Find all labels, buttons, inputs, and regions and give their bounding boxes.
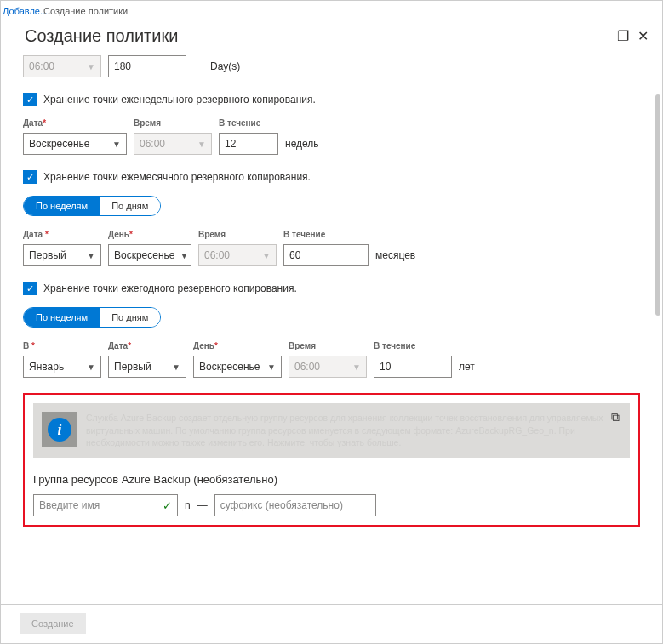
chevron-down-icon: ▼ xyxy=(172,362,180,372)
yearly-in-label: В xyxy=(23,341,29,350)
rg-n-label: n xyxy=(185,499,191,511)
info-icon-bg: i xyxy=(42,412,77,447)
monthly-check-label: Хранение точки ежемесячного резервного к… xyxy=(43,171,311,183)
daily-time-select[interactable]: 06:00 ▼ xyxy=(23,55,101,77)
yearly-for-value: 10 xyxy=(380,361,391,373)
weekly-time-value: 06:00 xyxy=(140,138,165,150)
monthly-time-value: 06:00 xyxy=(204,249,230,261)
yearly-time-select[interactable]: 06:00 ▼ xyxy=(289,356,367,378)
rg-section-label: Группа ресурсов Azure Backup (необязател… xyxy=(33,473,630,486)
monthly-unit: месяцев xyxy=(375,249,415,266)
chevron-down-icon: ▼ xyxy=(352,362,361,372)
yearly-day-label: День xyxy=(193,341,214,350)
pill-weeks[interactable]: По неделям xyxy=(24,197,100,215)
yearly-in-select[interactable]: Январь ▼ xyxy=(23,356,101,378)
weekly-date-label: Дата xyxy=(23,118,43,128)
weekly-for-value: 12 xyxy=(225,138,236,150)
weekly-time-select[interactable]: 06:00 ▼ xyxy=(134,133,212,155)
resource-group-highlight: i Служба Azure Backup создает отдельную … xyxy=(23,393,640,527)
restore-icon[interactable]: ❐ xyxy=(617,28,629,44)
yearly-date-label: Дата xyxy=(108,341,128,350)
weekly-check-label: Хранение точки еженедельного резервного … xyxy=(43,94,316,105)
yearly-time-label: Время xyxy=(289,341,367,350)
chevron-down-icon: ▼ xyxy=(87,362,95,372)
yearly-day-select[interactable]: Воскресенье ▼ xyxy=(193,356,282,378)
monthly-day-value: Воскресенье xyxy=(114,249,175,261)
weekly-unit: недель xyxy=(285,138,319,155)
checkmark-icon: ✓ xyxy=(23,170,37,184)
rg-dash: — xyxy=(197,499,208,511)
create-button[interactable]: Создание xyxy=(20,613,86,634)
weekly-time-label: Время xyxy=(134,118,212,128)
yearly-in-value: Январь xyxy=(29,361,64,373)
daily-retention-value: 180 xyxy=(114,60,131,72)
chevron-down-icon: ▼ xyxy=(87,251,95,260)
yearly-checkbox-row[interactable]: ✓ Хранение точки ежегодного резервного к… xyxy=(23,282,640,295)
yearly-for-input[interactable]: 10 xyxy=(374,356,452,378)
daily-retention-input[interactable]: 180 xyxy=(108,55,186,77)
info-banner: i Служба Azure Backup создает отдельную … xyxy=(33,403,630,458)
monthly-pill-toggle[interactable]: По неделям По дням xyxy=(23,196,161,216)
yearly-check-label: Хранение точки ежегодного резервного коп… xyxy=(43,282,297,294)
yearly-unit: лет xyxy=(459,361,475,378)
page-title: Создание политики xyxy=(25,26,178,46)
weekly-checkbox-row[interactable]: ✓ Хранение точки еженедельного резервног… xyxy=(23,93,640,106)
monthly-time-select[interactable]: 06:00 ▼ xyxy=(198,244,277,266)
monthly-checkbox-row[interactable]: ✓ Хранение точки ежемесячного резервного… xyxy=(23,170,640,184)
weekly-for-label: В течение xyxy=(219,118,278,128)
yearly-date-value: Первый xyxy=(114,361,151,373)
pill-weeks[interactable]: По неделям xyxy=(24,308,100,327)
breadcrumb-link[interactable]: Добавле... xyxy=(3,6,48,16)
monthly-date-value: Первый xyxy=(29,249,66,261)
yearly-for-label: В течение xyxy=(374,341,452,350)
monthly-day-select[interactable]: Воскресенье ▼ xyxy=(108,244,191,266)
yearly-pill-toggle[interactable]: По неделям По дням xyxy=(23,307,161,328)
rg-suffix-placeholder: суффикс (необязательно) xyxy=(220,499,343,511)
scroll-area: 06:00 ▼ 180 Day(s) ✓ Хранение точки ежен… xyxy=(11,48,652,601)
popout-icon[interactable]: ⧉ xyxy=(611,410,620,425)
yearly-day-value: Воскресенье xyxy=(199,361,260,373)
checkmark-icon: ✓ xyxy=(23,93,37,106)
yearly-date-select[interactable]: Первый ▼ xyxy=(108,356,186,378)
monthly-for-value: 60 xyxy=(289,249,300,261)
monthly-for-input[interactable]: 60 xyxy=(283,244,369,266)
daily-unit: Day(s) xyxy=(210,60,240,77)
rg-name-input[interactable]: Введите имя ✓ xyxy=(33,494,178,516)
scrollbar-thumb[interactable] xyxy=(655,94,660,316)
monthly-date-select[interactable]: Первый ▼ xyxy=(23,244,101,266)
breadcrumb-title: Создание политики xyxy=(43,6,128,16)
chevron-down-icon: ▼ xyxy=(197,140,206,149)
monthly-date-label: Дата xyxy=(23,230,43,239)
chevron-down-icon: ▼ xyxy=(267,362,276,372)
weekly-date-value: Воскресенье xyxy=(29,138,90,150)
checkmark-icon: ✓ xyxy=(23,282,37,295)
close-icon[interactable]: ✕ xyxy=(637,28,649,44)
info-icon: i xyxy=(48,418,71,442)
yearly-time-value: 06:00 xyxy=(294,361,320,373)
pill-days[interactable]: По дням xyxy=(100,197,160,215)
monthly-time-label: Время xyxy=(198,230,277,239)
info-text: Служба Azure Backup создает отдельную гр… xyxy=(86,412,621,449)
weekly-date-select[interactable]: Воскресенье ▼ xyxy=(23,133,127,155)
chevron-down-icon: ▼ xyxy=(262,251,271,260)
monthly-day-label: День xyxy=(108,230,129,239)
rg-name-placeholder: Введите имя xyxy=(39,499,100,511)
chevron-down-icon: ▼ xyxy=(112,140,121,149)
daily-time-value: 06:00 xyxy=(29,60,54,72)
chevron-down-icon: ▼ xyxy=(180,251,189,260)
checkmark-icon: ✓ xyxy=(163,499,172,512)
monthly-for-label: В течение xyxy=(283,230,369,239)
weekly-for-input[interactable]: 12 xyxy=(219,133,278,155)
chevron-down-icon: ▼ xyxy=(87,62,95,71)
pill-days[interactable]: По дням xyxy=(100,308,160,327)
rg-suffix-input[interactable]: суффикс (необязательно) xyxy=(214,494,376,516)
